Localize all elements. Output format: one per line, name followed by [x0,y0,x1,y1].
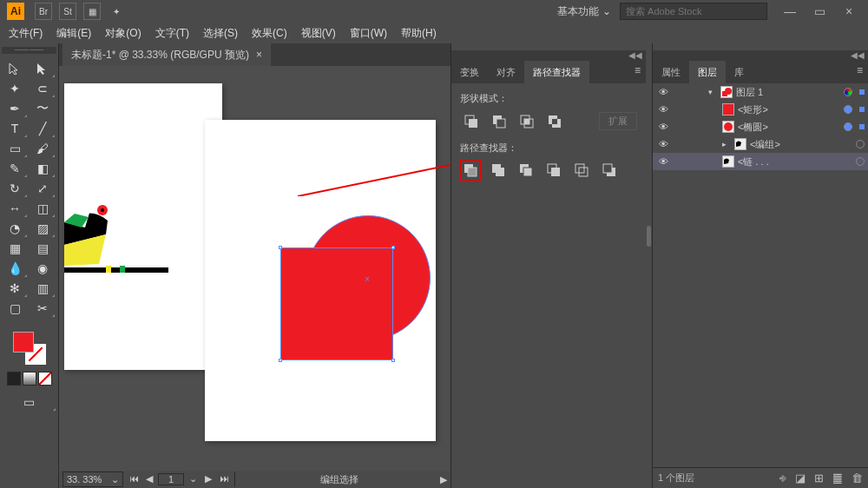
scale-tool[interactable]: ⤢ [30,179,56,198]
panel-collapse-grip[interactable]: ◀◀ [451,50,646,61]
lasso-tool[interactable]: ⊂ [30,79,56,98]
selection-tool[interactable] [2,59,28,78]
maximize-button[interactable]: ▭ [807,3,832,20]
rotate-tool[interactable]: ↻ [2,179,28,198]
pf-outline-button[interactable] [571,160,592,181]
fill-swatch[interactable] [13,332,34,353]
arrange-icon[interactable]: ▦ [83,3,101,20]
target-icon[interactable] [856,140,865,148]
graph-tool[interactable]: ▥ [30,279,56,298]
blend-tool[interactable]: ◉ [30,259,56,278]
menu-select[interactable]: 选择(S) [203,23,238,43]
scroll-pill[interactable] [647,226,651,247]
target-icon[interactable] [844,122,852,131]
shape-exclude-button[interactable] [543,110,564,131]
minimize-button[interactable]: — [778,3,802,20]
artboard-navigator[interactable]: ⏮◀ 1 ⌄▶⏭ [127,473,231,485]
menu-edit[interactable]: 编辑(E) [56,23,91,43]
color-mode-gradient[interactable] [23,372,36,386]
shaper-tool[interactable]: ✎ [2,159,28,178]
menu-window[interactable]: 窗口(W) [350,23,387,43]
tab-libraries[interactable]: 库 [726,61,753,83]
gpu-icon[interactable]: ✦ [108,3,125,20]
workspace-switcher[interactable]: 基本功能 ⌄ [557,4,611,19]
menu-view[interactable]: 视图(V) [301,23,336,43]
tab-properties[interactable]: 属性 [653,61,689,83]
tab-layers[interactable]: 图层 [689,61,726,83]
pf-crop-button[interactable] [543,160,564,181]
color-mode-none[interactable] [38,372,52,386]
pf-merge-button[interactable] [516,160,536,181]
type-tool[interactable]: T [2,119,28,138]
panel-menu-icon[interactable]: ≡ [629,61,646,83]
menu-type[interactable]: 文字(T) [155,23,189,43]
target-icon[interactable] [856,157,865,166]
visibility-toggle[interactable]: 👁 [656,139,670,149]
visibility-toggle[interactable]: 👁 [656,87,670,97]
panel-divider[interactable] [646,43,652,488]
layer-row-group[interactable]: 👁 ▸ <编组> [653,135,868,153]
menu-effect[interactable]: 效果(C) [252,23,287,43]
tab-pathfinder[interactable]: 路径查找器 [524,61,589,83]
expand-button[interactable]: 扩展 [599,112,637,130]
eraser-tool[interactable]: ◧ [30,159,56,178]
magic-wand-tool[interactable]: ✦ [2,79,28,98]
shape-builder-tool[interactable]: ◔ [2,219,28,238]
locate-object-icon[interactable]: ⎆ [779,472,786,485]
new-layer-icon[interactable]: ䷀ [832,472,843,485]
tab-transform[interactable]: 变换 [451,61,488,83]
rectangle-tool[interactable]: ▭ [2,139,28,158]
target-icon[interactable] [844,88,852,96]
pf-minus-back-button[interactable] [599,160,620,181]
bridge-icon[interactable]: Br [35,3,52,20]
pf-trim-button[interactable] [488,160,509,181]
panel-collapse-grip-right[interactable]: ◀◀ [653,50,868,61]
menu-file[interactable]: 文件(F) [9,23,43,43]
menu-object[interactable]: 对象(O) [105,23,141,43]
pf-divide-button[interactable] [460,160,481,181]
symbol-spray-tool[interactable]: ✻ [2,279,28,298]
gradient-tool[interactable]: ▤ [30,239,56,258]
slice-tool[interactable]: ✂ [30,299,56,318]
visibility-toggle[interactable]: 👁 [656,104,670,115]
panel-menu-icon[interactable]: ≡ [852,61,868,83]
line-tool[interactable]: ╱ [30,119,56,138]
mesh-tool[interactable]: ▦ [2,239,28,258]
width-tool[interactable]: ↔ [2,199,28,218]
screen-mode-tool[interactable]: ▭ [2,392,56,412]
visibility-toggle[interactable]: 👁 [656,122,670,132]
stock-icon[interactable]: St [59,3,76,20]
make-clip-icon[interactable]: ◪ [795,472,806,485]
tab-close-button[interactable]: × [256,49,262,61]
rectangle-shape[interactable] [281,248,392,359]
layer-row-rect[interactable]: 👁 <矩形> [653,101,868,118]
curvature-tool[interactable]: 〜 [30,99,56,118]
paintbrush-tool[interactable]: 🖌 [30,139,56,158]
layer-row-link[interactable]: 👁 <链 . . . [653,153,868,170]
direct-selection-tool[interactable] [30,59,56,78]
eyedropper-tool[interactable]: 💧 [2,259,28,278]
menu-help[interactable]: 帮助(H) [401,23,437,43]
new-sublayer-icon[interactable]: ⊞ [814,472,824,485]
free-transform-tool[interactable]: ◫ [30,199,56,218]
pen-tool[interactable]: ✒ [2,99,28,118]
shape-unite-button[interactable] [460,110,481,131]
delete-layer-icon[interactable]: 🗑 [852,472,863,485]
shape-intersect-button[interactable] [516,110,536,131]
layer-row-root[interactable]: 👁 ▾ 图层 1 [653,83,868,101]
document-tab[interactable]: 未标题-1* @ 33.33% (RGB/GPU 预览) × [62,43,271,66]
canvas[interactable]: × [59,66,450,471]
color-mode-solid[interactable] [7,372,21,386]
fill-stroke-swatch[interactable] [13,332,46,365]
control-strip[interactable] [2,47,56,54]
artboard-tool[interactable]: ▢ [2,299,28,318]
layer-row-ellipse[interactable]: 👁 <椭圆> [653,118,868,135]
perspective-tool[interactable]: ▨ [30,219,56,238]
search-input[interactable] [620,3,767,20]
target-icon[interactable] [844,105,852,114]
zoom-dropdown[interactable]: 33. 33%⌄ [62,472,123,487]
shape-minus-front-button[interactable] [488,110,509,131]
tab-align[interactable]: 对齐 [488,61,524,83]
visibility-toggle[interactable]: 👁 [656,156,670,167]
close-button[interactable]: × [837,3,861,20]
